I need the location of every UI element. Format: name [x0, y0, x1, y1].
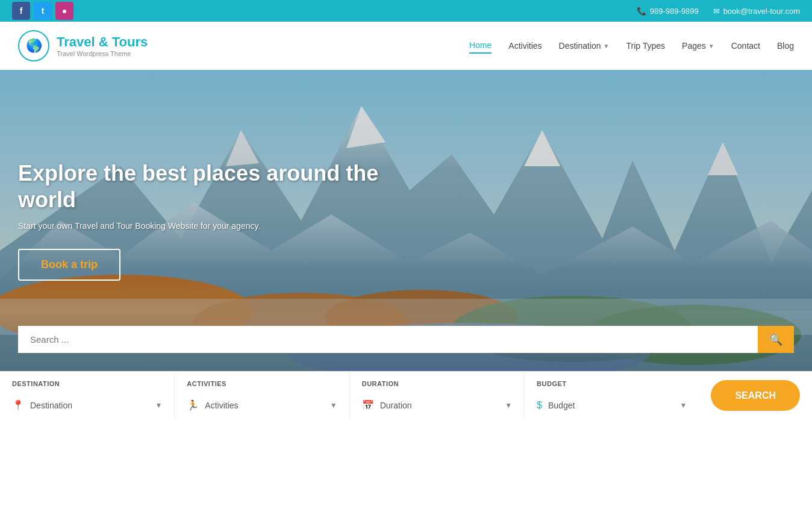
chevron-down-icon: ▼ — [604, 43, 610, 49]
calendar-icon: 📅 — [362, 399, 374, 411]
logo-icon: 🌎 — [18, 30, 49, 61]
nav-home[interactable]: Home — [469, 38, 492, 54]
destination-filter: DESTINATION 📍 Destination ▼ — [0, 372, 175, 419]
social-links: f t ● — [12, 2, 73, 20]
dollar-icon: $ — [537, 400, 542, 411]
hero-subtitle: Start your own Travel and Tour Booking W… — [18, 221, 379, 231]
duration-value: Duration — [380, 401, 412, 410]
destination-value: Destination — [30, 401, 72, 410]
phone-number: 989-989-9899 — [650, 7, 699, 16]
hero-section: Explore the best places around the world… — [0, 70, 812, 371]
logo-text: Travel & Tours Travel Wordpress Theme — [57, 34, 148, 57]
activities-label: ACTIVITIES — [187, 380, 337, 387]
email-icon: ✉ — [713, 7, 720, 16]
chevron-down-icon: ▼ — [330, 401, 337, 410]
header: 🌎 Travel & Tours Travel Wordpress Theme … — [0, 22, 812, 70]
activities-filter: ACTIVITIES 🏃 Activities ▼ — [175, 372, 349, 419]
chevron-down-icon: ▼ — [708, 43, 714, 49]
main-nav: Home Activities Destination ▼ Trip Types… — [469, 38, 794, 54]
phone-icon: 📞 — [637, 7, 646, 16]
search-input[interactable] — [18, 326, 758, 353]
email-address: book@travel-tour.com — [723, 7, 800, 16]
activities-select[interactable]: 🏃 Activities ▼ — [187, 399, 337, 411]
twitter-button[interactable]: t — [34, 2, 52, 20]
person-icon: 🏃 — [187, 399, 199, 411]
search-icon: 🔍 — [769, 333, 782, 346]
logo-title: Travel & Tours — [57, 34, 148, 50]
budget-select[interactable]: $ Budget ▼ — [537, 400, 687, 411]
search-button[interactable]: 🔍 — [758, 326, 794, 353]
chevron-down-icon: ▼ — [680, 401, 687, 410]
facebook-button[interactable]: f — [12, 2, 30, 20]
nav-trip-types[interactable]: Trip Types — [626, 39, 666, 53]
duration-label: DURATION — [362, 380, 512, 387]
top-bar: f t ● 📞 989-989-9899 ✉ book@travel-tour.… — [0, 0, 812, 22]
logo-subtitle: Travel Wordpress Theme — [57, 50, 148, 57]
destination-label: DESTINATION — [12, 380, 162, 387]
destination-select[interactable]: 📍 Destination ▼ — [12, 399, 162, 411]
location-icon: 📍 — [12, 399, 24, 411]
nav-destination[interactable]: Destination ▼ — [559, 39, 610, 53]
filter-search-button[interactable]: SEARCH — [711, 380, 800, 411]
nav-activities[interactable]: Activities — [508, 39, 542, 53]
budget-value: Budget — [548, 401, 575, 410]
filter-bar: DESTINATION 📍 Destination ▼ ACTIVITIES 🏃… — [0, 371, 812, 419]
chevron-down-icon: ▼ — [505, 401, 512, 410]
phone-info: 📞 989-989-9899 — [637, 7, 699, 16]
activities-value: Activities — [205, 401, 238, 410]
chevron-down-icon: ▼ — [155, 401, 162, 410]
nav-pages[interactable]: Pages ▼ — [682, 39, 714, 53]
nav-contact[interactable]: Contact — [731, 39, 760, 53]
email-info: ✉ book@travel-tour.com — [713, 7, 800, 16]
duration-filter: DURATION 📅 Duration ▼ — [350, 372, 525, 419]
contact-info: 📞 989-989-9899 ✉ book@travel-tour.com — [637, 7, 800, 16]
duration-select[interactable]: 📅 Duration ▼ — [362, 399, 512, 411]
nav-blog[interactable]: Blog — [777, 39, 794, 53]
book-trip-button[interactable]: Book a trip — [18, 249, 120, 281]
search-bar: 🔍 — [18, 326, 794, 353]
logo[interactable]: 🌎 Travel & Tours Travel Wordpress Theme — [18, 30, 148, 61]
instagram-button[interactable]: ● — [55, 2, 73, 20]
hero-title: Explore the best places around the world — [18, 160, 379, 212]
budget-label: BUDGET — [537, 380, 687, 387]
budget-filter: BUDGET $ Budget ▼ — [525, 372, 699, 419]
hero-content: Explore the best places around the world… — [18, 160, 379, 280]
